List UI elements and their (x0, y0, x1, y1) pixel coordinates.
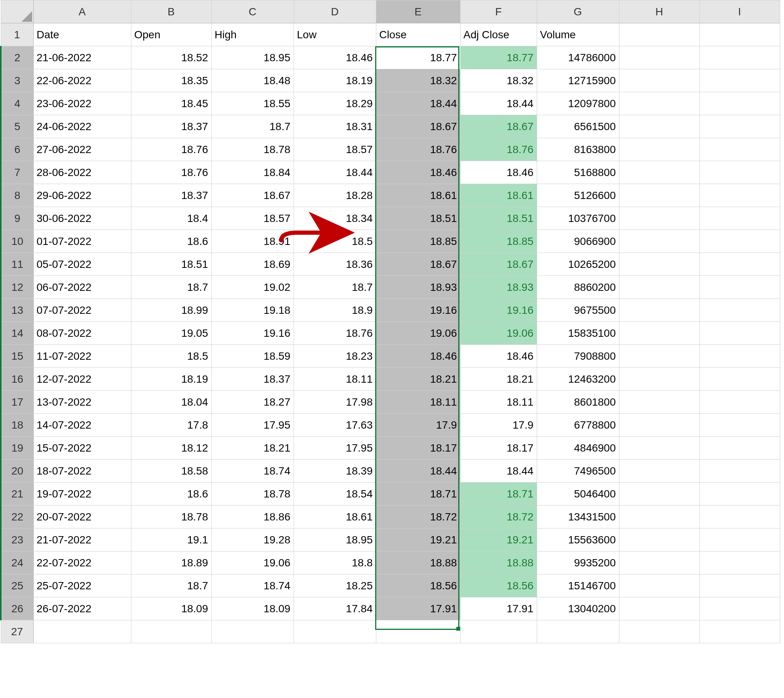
cell-D9[interactable]: 18.34 (294, 207, 376, 230)
cell-C11[interactable]: 18.69 (211, 253, 294, 276)
cell-D18[interactable]: 17.63 (294, 414, 376, 436)
cell-H17[interactable] (619, 391, 699, 414)
cell-B26[interactable]: 18.09 (131, 598, 211, 620)
cell-E12[interactable]: 18.93 (376, 276, 460, 299)
cell-D21[interactable]: 18.54 (294, 482, 376, 505)
cell-G15[interactable]: 7908800 (537, 345, 619, 368)
cell-A17[interactable]: 13-07-2022 (33, 391, 131, 414)
cell-F27[interactable] (460, 620, 537, 643)
row-header-25[interactable]: 25 (1, 575, 33, 598)
cell-I15[interactable] (699, 345, 780, 368)
cell-F4[interactable]: 18.44 (460, 92, 537, 115)
cell-F3[interactable]: 18.32 (460, 69, 537, 92)
cell-C27[interactable] (211, 620, 294, 643)
cell-H11[interactable] (619, 253, 699, 276)
cell-F16[interactable]: 18.21 (460, 368, 537, 391)
cell-G18[interactable]: 6778800 (537, 414, 619, 436)
cell-B13[interactable]: 18.99 (131, 299, 211, 322)
cell-A15[interactable]: 11-07-2022 (33, 345, 131, 368)
cell-A18[interactable]: 14-07-2022 (33, 414, 131, 436)
cell-E15[interactable]: 18.46 (376, 345, 460, 368)
cell-F19[interactable]: 18.17 (460, 436, 537, 459)
row-header-4[interactable]: 4 (1, 92, 33, 115)
cell-I23[interactable] (699, 528, 780, 551)
cell-D14[interactable]: 18.76 (294, 322, 376, 345)
cell-G22[interactable]: 13431500 (537, 505, 619, 528)
col-header-D[interactable]: D (294, 0, 376, 23)
cell-I14[interactable] (699, 322, 780, 345)
cell-G21[interactable]: 5046400 (537, 482, 619, 505)
cell-E11[interactable]: 18.67 (376, 253, 460, 276)
cell-G11[interactable]: 10265200 (537, 253, 619, 276)
cell-F14[interactable]: 19.06 (460, 322, 537, 345)
cell-C9[interactable]: 18.57 (211, 207, 294, 230)
cell-G7[interactable]: 5168800 (537, 161, 619, 184)
cell-B27[interactable] (131, 620, 211, 643)
cell-B4[interactable]: 18.45 (131, 92, 211, 115)
cell-C19[interactable]: 18.21 (211, 436, 294, 459)
cell-D8[interactable]: 18.28 (294, 184, 376, 207)
cell-G9[interactable]: 10376700 (537, 207, 619, 230)
row-header-6[interactable]: 6 (1, 138, 33, 161)
cell-D7[interactable]: 18.44 (294, 161, 376, 184)
cell-H14[interactable] (619, 322, 699, 345)
cell-I8[interactable] (699, 184, 780, 207)
cell-I10[interactable] (699, 230, 780, 253)
cell-B19[interactable]: 18.12 (131, 436, 211, 459)
cell-B9[interactable]: 18.4 (131, 207, 211, 230)
col-header-H[interactable]: H (619, 0, 699, 23)
cell-H13[interactable] (619, 299, 699, 322)
cell-F25[interactable]: 18.56 (460, 575, 537, 598)
cell-F22[interactable]: 18.72 (460, 505, 537, 528)
cell-F20[interactable]: 18.44 (460, 459, 537, 482)
cell-H21[interactable] (619, 482, 699, 505)
row-header-22[interactable]: 22 (1, 505, 33, 528)
cell-B11[interactable]: 18.51 (131, 253, 211, 276)
cell-G23[interactable]: 15563600 (537, 528, 619, 551)
cell-H25[interactable] (619, 575, 699, 598)
cell-B5[interactable]: 18.37 (131, 115, 211, 138)
row-header-23[interactable]: 23 (1, 528, 33, 551)
cell-A9[interactable]: 30-06-2022 (33, 207, 131, 230)
cell-A22[interactable]: 20-07-2022 (33, 505, 131, 528)
cell-E24[interactable]: 18.88 (376, 551, 460, 575)
cell-C15[interactable]: 18.59 (211, 345, 294, 368)
cell-F6[interactable]: 18.76 (460, 138, 537, 161)
cell-E5[interactable]: 18.67 (376, 115, 460, 138)
cell-H26[interactable] (619, 598, 699, 620)
cell-C17[interactable]: 18.27 (211, 391, 294, 414)
cell-B1[interactable]: Open (131, 23, 211, 46)
cell-E17[interactable]: 18.11 (376, 391, 460, 414)
cell-E3[interactable]: 18.32 (376, 69, 460, 92)
cell-D16[interactable]: 18.11 (294, 368, 376, 391)
cell-E18[interactable]: 17.9 (376, 414, 460, 436)
cell-E10[interactable]: 18.85 (376, 230, 460, 253)
cell-I24[interactable] (699, 551, 780, 575)
col-header-F[interactable]: F (460, 0, 537, 23)
cell-H2[interactable] (619, 46, 699, 69)
cell-I11[interactable] (699, 253, 780, 276)
cell-C23[interactable]: 19.28 (211, 528, 294, 551)
cell-C14[interactable]: 19.16 (211, 322, 294, 345)
cell-I19[interactable] (699, 436, 780, 459)
cell-F2[interactable]: 18.77 (460, 46, 537, 69)
cell-I27[interactable] (699, 620, 780, 643)
row-header-13[interactable]: 13 (1, 299, 33, 322)
cell-D17[interactable]: 17.98 (294, 391, 376, 414)
cell-G27[interactable] (537, 620, 619, 643)
cell-D4[interactable]: 18.29 (294, 92, 376, 115)
cell-G8[interactable]: 5126600 (537, 184, 619, 207)
cell-F15[interactable]: 18.46 (460, 345, 537, 368)
cell-F26[interactable]: 17.91 (460, 598, 537, 620)
cell-G14[interactable]: 15835100 (537, 322, 619, 345)
cell-A5[interactable]: 24-06-2022 (33, 115, 131, 138)
cell-D20[interactable]: 18.39 (294, 459, 376, 482)
cell-E7[interactable]: 18.46 (376, 161, 460, 184)
cell-F12[interactable]: 18.93 (460, 276, 537, 299)
cell-G5[interactable]: 6561500 (537, 115, 619, 138)
cell-H9[interactable] (619, 207, 699, 230)
cell-G17[interactable]: 8601800 (537, 391, 619, 414)
row-header-3[interactable]: 3 (1, 69, 33, 92)
cell-B16[interactable]: 18.19 (131, 368, 211, 391)
cell-H23[interactable] (619, 528, 699, 551)
